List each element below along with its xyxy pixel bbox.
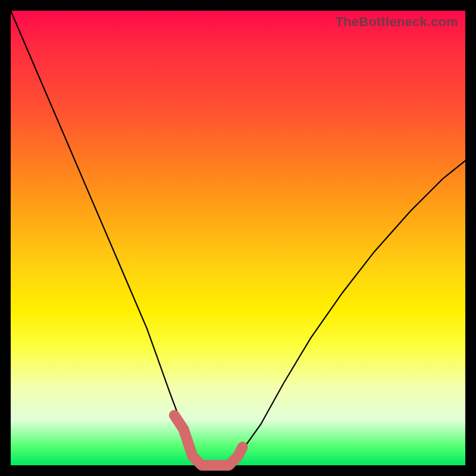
chart-frame: TheBottleneck.com (0, 0, 476, 476)
main-curve (11, 11, 465, 465)
valley-highlight (174, 415, 243, 465)
chart-svg (11, 11, 465, 465)
plot-area: TheBottleneck.com (11, 11, 465, 465)
